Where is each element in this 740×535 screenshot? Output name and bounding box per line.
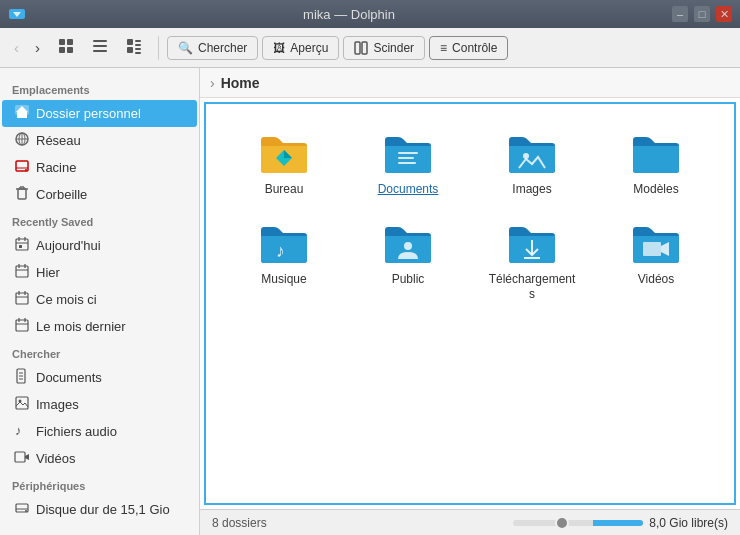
sidebar-item-ce-mois-ci[interactable]: Ce mois ci (2, 286, 197, 313)
file-item-bureau[interactable]: Bureau (222, 120, 346, 210)
sidebar-item-chercher-documents[interactable]: Documents (2, 364, 197, 391)
svg-rect-16 (362, 42, 367, 54)
view-list-button[interactable] (84, 32, 116, 63)
sidebar-section-peripheriques: Périphériques (0, 472, 199, 496)
document-icon (14, 368, 30, 387)
calendar-month-icon (14, 290, 30, 309)
sidebar-item-corbeille[interactable]: Corbeille (2, 181, 197, 208)
file-item-public[interactable]: Public (346, 210, 470, 315)
sidebar-item-chercher-videos[interactable]: Vidéos (2, 445, 197, 472)
maximize-button[interactable]: □ (694, 6, 710, 22)
svg-rect-64 (398, 157, 414, 159)
svg-point-60 (25, 510, 27, 512)
svg-rect-32 (16, 239, 28, 250)
statusbar-slider-container: 8,0 Gio libre(s) (513, 516, 728, 530)
svg-rect-10 (135, 40, 141, 42)
file-item-musique[interactable]: ♪ Musique (222, 210, 346, 315)
calendar-yesterday-icon (14, 263, 30, 282)
svg-rect-12 (127, 47, 133, 53)
controle-icon: ≡ (440, 41, 447, 55)
sidebar-label-disque-dur: Disque dur de 15,1 Gio (36, 502, 170, 517)
svg-rect-45 (16, 320, 28, 331)
svg-rect-5 (67, 47, 73, 53)
content-pane: › Home Bureau (200, 68, 740, 535)
controle-button[interactable]: ≡ Contrôle (429, 36, 508, 60)
chercher-button[interactable]: 🔍 Chercher (167, 36, 258, 60)
file-name-telechargements: Téléchargements (487, 272, 577, 303)
folder-icon-bureau (258, 132, 310, 176)
svg-rect-37 (16, 266, 28, 277)
sidebar-item-dossier-personnel[interactable]: Dossier personnel (2, 100, 197, 127)
sidebar-label-chercher-audio: Fichiers audio (36, 424, 117, 439)
forward-button[interactable]: › (29, 35, 46, 60)
file-name-videos: Vidéos (638, 272, 674, 288)
svg-rect-13 (135, 48, 141, 50)
calendar-lastmonth-icon (14, 317, 30, 336)
view-icons-button[interactable] (50, 32, 82, 63)
sidebar-item-le-mois-dernier[interactable]: Le mois dernier (2, 313, 197, 340)
window-title: mika — Dolphin (26, 7, 672, 22)
back-button[interactable]: ‹ (8, 35, 25, 60)
file-name-modeles: Modèles (633, 182, 678, 198)
file-item-videos[interactable]: Vidéos (594, 210, 718, 315)
chercher-label: Chercher (198, 41, 247, 55)
sidebar-item-racine[interactable]: Racine (2, 154, 197, 181)
folder-icon-telechargements (506, 222, 558, 266)
svg-rect-53 (16, 397, 28, 409)
sidebar-label-aujourdhui: Aujourd'hui (36, 238, 101, 253)
image-icon (14, 395, 30, 414)
scinder-button[interactable]: Scinder (343, 36, 425, 60)
apercu-button[interactable]: 🖼 Aperçu (262, 36, 339, 60)
sidebar-item-reseau[interactable]: Réseau (2, 127, 197, 154)
svg-rect-8 (93, 50, 107, 52)
sidebar-item-aujourdhui[interactable]: Aujourd'hui (2, 232, 197, 259)
app-icon (8, 5, 26, 23)
trash-icon (14, 185, 30, 204)
svg-rect-71 (643, 242, 661, 256)
svg-rect-6 (93, 40, 107, 42)
sidebar-item-chercher-audio[interactable]: ♪ Fichiers audio (2, 418, 197, 445)
sidebar-item-hier[interactable]: Hier (2, 259, 197, 286)
sidebar-item-chercher-images[interactable]: Images (2, 391, 197, 418)
folder-icon-images (506, 132, 558, 176)
file-name-bureau: Bureau (265, 182, 304, 198)
svg-point-68 (404, 242, 412, 250)
file-name-musique: Musique (261, 272, 306, 288)
folder-icon-documents (382, 132, 434, 176)
svg-rect-56 (15, 452, 25, 462)
sidebar-label-corbeille: Corbeille (36, 187, 87, 202)
file-item-modeles[interactable]: Modèles (594, 120, 718, 210)
svg-text:♪: ♪ (15, 423, 22, 438)
calendar-today-icon (14, 236, 30, 255)
video-icon (14, 449, 30, 468)
statusbar-slider[interactable] (513, 520, 643, 526)
scinder-icon (354, 41, 368, 55)
search-icon: 🔍 (178, 41, 193, 55)
svg-rect-14 (135, 52, 141, 54)
sidebar-label-ce-mois-ci: Ce mois ci (36, 292, 97, 307)
breadcrumb-arrow: › (210, 75, 215, 91)
file-name-public: Public (392, 272, 425, 288)
svg-rect-9 (127, 39, 133, 45)
file-item-telechargements[interactable]: Téléchargements (470, 210, 594, 315)
close-button[interactable]: ✕ (716, 6, 732, 22)
folder-icon-modeles (630, 132, 682, 176)
file-name-documents: Documents (378, 182, 439, 198)
file-grid: Bureau Documents (204, 102, 736, 505)
sidebar-item-disque-dur[interactable]: Disque dur de 15,1 Gio (2, 496, 197, 523)
sidebar-label-chercher-documents: Documents (36, 370, 102, 385)
view-compact-button[interactable] (118, 32, 150, 63)
svg-rect-41 (16, 293, 28, 304)
view-compact-icon (125, 37, 143, 55)
statusbar-slider-thumb (555, 516, 569, 530)
folder-icon-public (382, 222, 434, 266)
view-list-icon (91, 37, 109, 55)
minimize-button[interactable]: – (672, 6, 688, 22)
svg-point-25 (25, 169, 27, 171)
sidebar: Emplacements Dossier personnel Réseau Ra… (0, 68, 200, 535)
svg-marker-57 (25, 454, 29, 460)
file-item-images[interactable]: Images (470, 120, 594, 210)
svg-rect-36 (19, 245, 22, 248)
file-item-documents[interactable]: Documents (346, 120, 470, 210)
svg-rect-15 (355, 42, 360, 54)
